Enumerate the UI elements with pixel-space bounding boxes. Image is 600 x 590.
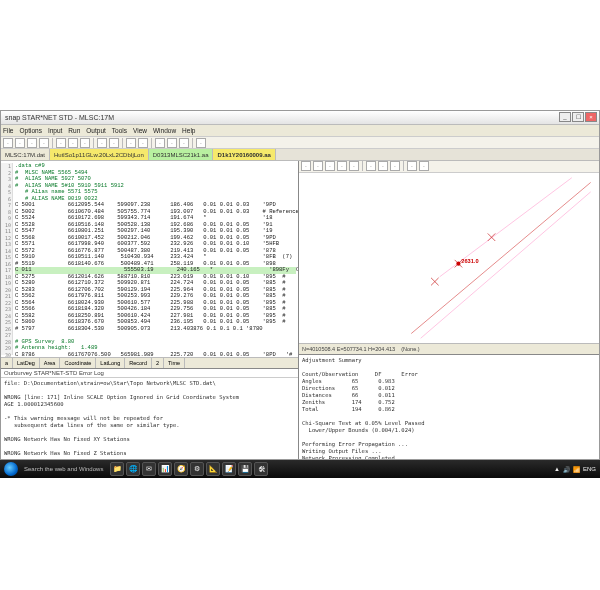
copy-icon[interactable]: · bbox=[68, 138, 78, 148]
svg-point-9 bbox=[456, 262, 460, 266]
taskbar-app[interactable]: 📁 bbox=[110, 462, 124, 476]
save-icon[interactable]: · bbox=[27, 138, 37, 148]
taskbar-app[interactable]: 📐 bbox=[206, 462, 220, 476]
map-viewport[interactable]: 2631.0 bbox=[299, 173, 599, 343]
tray-icon[interactable]: ▲ bbox=[554, 466, 560, 472]
file-tab[interactable]: D1k1Y20160009.aa bbox=[213, 149, 275, 160]
rotate-icon[interactable]: · bbox=[349, 161, 359, 171]
taskbar-apps: 📁🌐✉📊🧭⚙📐📝💾🛠 bbox=[109, 462, 269, 476]
menu-view[interactable]: View bbox=[133, 127, 147, 134]
main-toolbar: ··············· bbox=[1, 137, 599, 149]
bottom-tab-coordinate[interactable]: Coordinate bbox=[60, 358, 96, 368]
error-log-panel: Ourburvey STAR*NET-STD Error Log file: D… bbox=[1, 368, 298, 459]
results-panel[interactable]: Adjustment Summary Count/Observation DF … bbox=[299, 354, 599, 459]
bottom-tab-latlong[interactable]: LatLong bbox=[96, 358, 125, 368]
minimize-button[interactable]: _ bbox=[559, 112, 571, 122]
menu-output[interactable]: Output bbox=[86, 127, 106, 134]
status-coords: N=4010508.4 E=507734.1 H=204.413 bbox=[302, 346, 395, 352]
window-titlebar[interactable]: snap STAR*NET STD - MLSC:17M _ ☐ × bbox=[1, 111, 599, 125]
refresh-icon[interactable]: · bbox=[419, 161, 429, 171]
measure-icon[interactable]: · bbox=[366, 161, 376, 171]
start-button[interactable] bbox=[4, 462, 18, 476]
app-window: snap STAR*NET STD - MLSC:17M _ ☐ × FileO… bbox=[0, 110, 600, 460]
bottom-tab-2[interactable]: 2 bbox=[152, 358, 164, 368]
system-tray: ▲🔊📶ENG bbox=[554, 466, 596, 473]
right-column: ·········· bbox=[299, 161, 599, 459]
windows-taskbar: Search the web and Windows 📁🌐✉📊🧭⚙📐📝💾🛠 ▲🔊… bbox=[0, 460, 600, 478]
taskbar-app[interactable]: 🛠 bbox=[254, 462, 268, 476]
menu-input[interactable]: Input bbox=[48, 127, 62, 134]
new-icon[interactable]: · bbox=[3, 138, 13, 148]
menu-options[interactable]: Options bbox=[19, 127, 41, 134]
taskbar-app[interactable]: 🌐 bbox=[126, 462, 140, 476]
taskbar-app[interactable]: ⚙ bbox=[190, 462, 204, 476]
code-line[interactable]: # 5797 6618304.530 500905.073 213.403876… bbox=[15, 325, 263, 332]
status-extra: (None.) bbox=[401, 346, 419, 352]
bottom-tab-latdeg[interactable]: LatDeg bbox=[13, 358, 40, 368]
grid-icon[interactable]: · bbox=[390, 161, 400, 171]
taskbar-app[interactable]: 📝 bbox=[222, 462, 236, 476]
bottom-tab-record[interactable]: Record bbox=[125, 358, 152, 368]
cut-icon[interactable]: · bbox=[56, 138, 66, 148]
left-column: 1 2 3 4 5 6 7 8 9 10 11 12 13 14 15 16 1… bbox=[1, 161, 299, 459]
svg-line-0 bbox=[411, 182, 590, 333]
print-icon[interactable]: · bbox=[39, 138, 49, 148]
taskbar-app[interactable]: ✉ bbox=[142, 462, 156, 476]
line-gutter: 1 2 3 4 5 6 7 8 9 10 11 12 13 14 15 16 1… bbox=[1, 163, 13, 355]
adjust-icon[interactable]: · bbox=[138, 138, 148, 148]
menu-window[interactable]: Window bbox=[153, 127, 176, 134]
taskbar-search[interactable]: Search the web and Windows bbox=[24, 466, 103, 472]
run-icon[interactable]: · bbox=[126, 138, 136, 148]
tray-icon[interactable]: 📶 bbox=[573, 466, 580, 473]
layers-icon[interactable]: · bbox=[407, 161, 417, 171]
editor-bottom-tabs: aLatDegAreaCoordinateLatLongRecord2Time bbox=[1, 357, 298, 368]
menu-help[interactable]: Help bbox=[182, 127, 195, 134]
error-log-body[interactable]: file: D:\Documentation\strain=ow\Star\To… bbox=[1, 378, 298, 459]
menu-tools[interactable]: Tools bbox=[112, 127, 127, 134]
viewport-status: N=4010508.4 E=507734.1 H=204.413 (None.) bbox=[299, 343, 599, 354]
workspace: 1 2 3 4 5 6 7 8 9 10 11 12 13 14 15 16 1… bbox=[1, 161, 599, 459]
zoom-out-icon[interactable]: · bbox=[179, 138, 189, 148]
viewport-toolbar: ·········· bbox=[299, 161, 599, 173]
help-icon[interactable]: · bbox=[196, 138, 206, 148]
taskbar-app[interactable]: 📊 bbox=[158, 462, 172, 476]
zoom-icon[interactable]: · bbox=[325, 161, 335, 171]
select-icon[interactable]: · bbox=[301, 161, 311, 171]
zoom-in-icon[interactable]: · bbox=[167, 138, 177, 148]
window-title: snap STAR*NET STD - MLSC:17M bbox=[5, 114, 114, 121]
code-line[interactable]: C 8786 661767076.500 565981.989 225.720 … bbox=[15, 351, 296, 358]
bottom-tab-area[interactable]: Area bbox=[40, 358, 61, 368]
plot-icon[interactable]: · bbox=[155, 138, 165, 148]
code-body[interactable]: .data c#9 # MLSC NAME 5565 5494 # ALIAS … bbox=[15, 163, 296, 357]
svg-line-1 bbox=[421, 192, 591, 338]
paste-icon[interactable]: · bbox=[80, 138, 90, 148]
error-log-title: Ourburvey STAR*NET-STD Error Log bbox=[1, 369, 298, 378]
tray-icon[interactable]: 🔊 bbox=[563, 466, 570, 473]
tray-icon[interactable]: ENG bbox=[583, 466, 596, 472]
window-buttons: _ ☐ × bbox=[559, 112, 597, 122]
close-button[interactable]: × bbox=[585, 112, 597, 122]
network-plot[interactable]: 2631.0 bbox=[299, 173, 599, 343]
code-editor[interactable]: 1 2 3 4 5 6 7 8 9 10 11 12 13 14 15 16 1… bbox=[1, 161, 298, 357]
open-icon[interactable]: · bbox=[15, 138, 25, 148]
menu-bar: FileOptionsInputRunOutputToolsViewWindow… bbox=[1, 125, 599, 137]
pan-icon[interactable]: · bbox=[313, 161, 323, 171]
taskbar-app[interactable]: 💾 bbox=[238, 462, 252, 476]
redo-icon[interactable]: · bbox=[109, 138, 119, 148]
menu-file[interactable]: File bbox=[3, 127, 13, 134]
file-tabstrip: MLSC:17M.datHutlSo1p11GLw.20LxL2CDbIjLon… bbox=[1, 149, 599, 161]
maximize-button[interactable]: ☐ bbox=[572, 112, 584, 122]
code-line[interactable]: C 5571 6612240.763 507107.846 218.526 * … bbox=[296, 266, 298, 273]
zoom-ext-icon[interactable]: · bbox=[337, 161, 347, 171]
file-tab[interactable]: D0313MLSC21k1.aa bbox=[149, 149, 214, 160]
bottom-tab-a[interactable]: a bbox=[1, 358, 13, 368]
taskbar-app[interactable]: 🧭 bbox=[174, 462, 188, 476]
snap-icon[interactable]: · bbox=[378, 161, 388, 171]
point-label: 2631.0 bbox=[461, 258, 478, 264]
file-tab[interactable]: HutlSo1p11GLw.20LxL2CDbIjLon bbox=[50, 149, 149, 160]
menu-run[interactable]: Run bbox=[68, 127, 80, 134]
undo-icon[interactable]: · bbox=[97, 138, 107, 148]
file-tab[interactable]: MLSC:17M.dat bbox=[1, 149, 50, 160]
bottom-tab-time[interactable]: Time bbox=[164, 358, 185, 368]
